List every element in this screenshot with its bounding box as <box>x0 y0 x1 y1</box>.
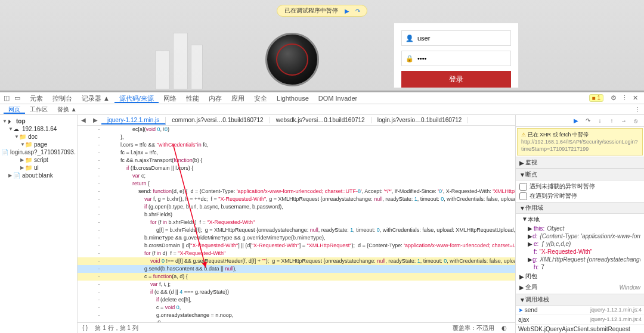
file-tree-item[interactable]: ▼⏵top <box>1 117 76 125</box>
code-line[interactable]: - var c; <box>78 172 515 180</box>
section-breakpoints[interactable]: ▼断点 <box>516 169 644 180</box>
error-badge[interactable]: ■ 1 <box>589 94 603 102</box>
code-line[interactable]: - var f, g = b.xhr(), h = ++dc; f = "X-R… <box>78 195 515 203</box>
file-tabs: ◀ ▶ jquery-1.12.1.min.jscommon.js?versi…… <box>78 115 515 126</box>
code-line[interactable]: - g.send(b.hasContent && b.data || null)… <box>78 265 515 273</box>
file-tab[interactable]: jquery-1.12.1.min.js <box>101 117 166 125</box>
code-line[interactable]: - b.crossDomain || d["X-Requested-With"]… <box>78 242 515 250</box>
file-tree-item[interactable]: ▶📁script <box>1 156 76 164</box>
callstack-frame[interactable]: ajaxjquery-1.12.1.min.js:4 <box>516 315 644 325</box>
code-line[interactable]: - l.cors = !!fc && "withCredentials"in f… <box>78 141 515 149</box>
editor-pane: ◀ ▶ jquery-1.12.1.min.jscommon.js?versi…… <box>78 115 516 333</box>
file-navigator[interactable]: ▼⏵top▼☁192.168.1.64▼📁doc▼📁page📄login.asp… <box>0 115 78 333</box>
more-icon[interactable]: ⋮ <box>621 94 628 102</box>
code-line[interactable]: - return { <box>78 180 515 188</box>
device-icon[interactable]: ▭ <box>14 94 23 102</box>
password-input[interactable] <box>417 55 507 62</box>
username-input[interactable] <box>417 35 507 42</box>
settings-icon[interactable]: ⚙ <box>611 94 617 102</box>
devtools-tab[interactable]: 性能 <box>181 95 204 102</box>
file-tree-item[interactable]: ▼📁doc <box>1 133 76 141</box>
step-over-button[interactable]: ↷ <box>583 116 593 126</box>
breakpoint-option[interactable]: 在遇到异常时暂停 <box>519 191 640 201</box>
code-line[interactable]: - c = void 0, <box>78 304 515 312</box>
devtools-tab[interactable]: 元素 <box>25 95 48 102</box>
close-devtools-icon[interactable]: ✕ <box>633 94 638 102</box>
section-callstack[interactable]: ▼调用堆栈 <box>516 294 644 306</box>
nav-left-icon[interactable]: ◀ <box>78 117 89 123</box>
code-line[interactable]: - if (delete ec[h], <box>78 296 515 304</box>
scope-variable[interactable]: ▶this:Object <box>519 225 640 232</box>
code-line[interactable]: - g[f] = b.xhrFields[f]; g = XMLHttpRequ… <box>78 226 515 234</box>
code-line[interactable]: - var f, i, j; <box>78 281 515 288</box>
resume-icon[interactable]: ▶ <box>343 7 351 15</box>
scope-closure[interactable]: ▶闭包 <box>519 271 640 282</box>
code-line[interactable]: - if (!b.crossDomain || l.cors) { <box>78 164 515 172</box>
file-tab[interactable]: websdk.js?versi…0.1build160712 <box>270 117 371 123</box>
devtools-tab[interactable]: 内存 <box>204 95 227 102</box>
resume-button[interactable]: ▶ <box>571 116 581 126</box>
scope-variable[interactable]: ▶e:ƒ y(b,c,d,e) <box>519 240 640 248</box>
editor-statusbar: { } 第 1 行，第 1 列 覆盖率：不适用 ◐ <box>78 322 515 333</box>
file-tree-item[interactable]: ▶📁ui <box>1 164 76 172</box>
nav-right-icon[interactable]: ▶ <box>89 117 101 123</box>
devtools-tab[interactable]: Lighthouse <box>272 95 314 102</box>
scope-variable[interactable]: ▶d:{Content-Type: 'application/x-www-for… <box>519 232 640 240</box>
sources-subtab[interactable]: 网页 <box>4 106 25 114</box>
step-into-button[interactable]: ↓ <box>595 116 605 126</box>
section-scope[interactable]: ▼作用域 <box>516 202 644 214</box>
pause-banner: 已在调试程序中暂停 ▶ ↷ <box>277 5 367 17</box>
breakpoint-option[interactable]: 遇到未捕获的异常时暂停 <box>519 182 640 191</box>
step-button[interactable]: → <box>619 116 628 126</box>
code-line[interactable]: - void 0 !== d[f] && g.setRequestHeader(… <box>78 257 515 265</box>
code-line[interactable]: - b.xhrFields) <box>78 211 515 219</box>
code-line[interactable]: - }, <box>78 133 515 141</box>
code-line[interactable]: - fc = l.ajax = !!fc, <box>78 149 515 157</box>
callstack-frame[interactable]: WebSDK.jQueryAjaxClient.submitRequest <box>516 325 644 333</box>
code-line[interactable]: - d) <box>78 319 515 322</box>
step-out-button[interactable]: ↑ <box>607 116 617 126</box>
file-tree-item[interactable]: ▼☁192.168.1.64 <box>1 125 76 133</box>
file-tree-item[interactable]: ▼📁page <box>1 141 76 148</box>
deactivate-bp-button[interactable]: ⦸ <box>631 116 640 126</box>
sources-subtab[interactable]: 工作区 <box>25 106 52 113</box>
file-tree-item[interactable]: 📄login.asp?_1710917093… <box>1 148 76 156</box>
code-line[interactable]: - ec[a](void 0, !0) <box>78 126 515 133</box>
code-line[interactable]: - b.mimeType && g.overrideMimeType && g.… <box>78 234 515 242</box>
more-subtabs-icon[interactable]: ⋮ <box>634 106 640 113</box>
format-code-icon[interactable]: { } <box>82 325 88 331</box>
code-line[interactable]: - c = function(a, d) { <box>78 273 515 281</box>
code-line[interactable]: - if (c && (d || 4 === g.readyState)) <box>78 288 515 296</box>
scope-variable[interactable]: ▶g:XMLHttpRequest {onreadystatechange: n… <box>519 256 640 263</box>
code-line[interactable]: - g.onreadystatechange = n.noop, <box>78 312 515 319</box>
username-field-wrap: 👤 <box>401 30 511 46</box>
sources-subtab[interactable]: 替换 ▲ <box>52 106 82 113</box>
step-over-icon[interactable]: ↷ <box>354 7 362 15</box>
devtools-tab[interactable]: DOM Invader <box>314 95 362 102</box>
section-watch[interactable]: ▶监视 <box>516 157 644 169</box>
code-line[interactable]: - send: function(d, e) { d = {Content-Ty… <box>78 188 515 195</box>
devtools-tab[interactable]: 安全 <box>249 95 272 102</box>
file-tab[interactable]: login.js?versio…0.1build160712 <box>371 117 469 123</box>
file-tab[interactable]: common.js?versi…0.1build160712 <box>166 117 270 123</box>
callstack-frame[interactable]: sendjquery-1.12.1.min.js:4 <box>516 306 644 315</box>
login-button[interactable]: 登录 <box>401 71 511 88</box>
devtools-tab[interactable]: 记录器 ▲ <box>77 95 114 102</box>
inspect-icon[interactable]: ◫ <box>4 94 12 102</box>
scope-global[interactable]: ▶全局Window <box>519 282 640 292</box>
devtools-tab[interactable]: 网络 <box>159 95 181 102</box>
code-line[interactable]: - for (f in d) f = "X-Requested-With" <box>78 250 515 257</box>
code-line[interactable]: - for (f in b.xhrFields) f = "X-Requeste… <box>78 219 515 226</box>
scope-local-header[interactable]: ▼本地 <box>519 215 640 225</box>
scope-variable[interactable]: f:"X-Requested-With" <box>519 248 640 256</box>
page-content: 已在调试程序中暂停 ▶ ↷ 👤 🔒 登录 <box>0 0 644 91</box>
file-tree-item[interactable]: ▶📄about:blank <box>1 172 76 179</box>
code-line[interactable]: - fc && n.ajaxTransport(function(b) { <box>78 157 515 164</box>
coverage-toggle-icon[interactable]: ◐ <box>501 325 507 331</box>
code-editor[interactable]: - ec[a](void 0, !0)- },- l.cors = !!fc &… <box>78 126 515 322</box>
devtools-tab[interactable]: 应用 <box>227 95 249 102</box>
code-line[interactable]: - if (g.open(b.type, b.url, b.async, b.u… <box>78 203 515 211</box>
devtools-tab[interactable]: 控制台 <box>48 95 77 102</box>
scope-variable[interactable]: h:7 <box>519 263 640 271</box>
devtools-tab[interactable]: 源代码/来源 <box>114 95 159 103</box>
